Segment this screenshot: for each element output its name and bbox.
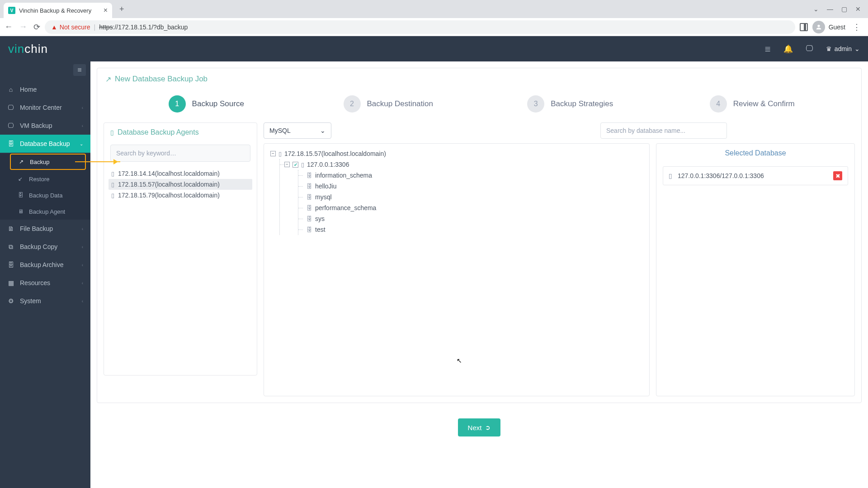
step-3[interactable]: 3Backup Strategies <box>479 95 661 113</box>
step-circle: 1 <box>169 95 186 113</box>
tree-db-row[interactable]: 🗄test <box>300 224 643 235</box>
tree-db-row[interactable]: 🗄sys <box>300 213 643 224</box>
reload-icon[interactable]: ⟳ <box>33 22 40 32</box>
tree-db-row[interactable]: 🗄helloJiu <box>300 181 643 192</box>
sidebar-item-vm-backup[interactable]: 🖵VM Backup‹ <box>0 117 90 135</box>
browser-tab[interactable]: V Vinchin Backup & Recovery × <box>4 3 112 18</box>
sidebar-item-home[interactable]: ⌂Home <box>0 80 90 99</box>
tree-db-row[interactable]: 🗄performance_schema <box>300 202 643 213</box>
forward-icon[interactable]: → <box>19 22 27 32</box>
side-panel-icon[interactable] <box>800 23 808 31</box>
gear-icon: ⚙ <box>7 297 14 305</box>
step-circle: 2 <box>344 95 361 113</box>
main-content: ↗ New Database Backup Job 1Backup Source… <box>90 61 868 488</box>
server-icon: ▯ <box>278 150 282 157</box>
db-type-value: MySQL <box>269 127 291 134</box>
chevron-down-icon: ⌄ <box>80 141 83 146</box>
sidebar-collapse-button[interactable]: ≡ <box>73 64 86 76</box>
vm-icon: 🖵 <box>7 122 14 129</box>
sidebar-item-resources[interactable]: ▦Resources‹ <box>0 274 90 292</box>
chevron-left-icon: ‹ <box>82 263 83 267</box>
submenu-database: ↗Backup ↙Restore 🗄Backup Data 🖥Backup Ag… <box>0 154 90 220</box>
tree-server-row[interactable]: − ▯ 172.18.15.57(localhost.localdomain) <box>270 148 643 159</box>
sidebar-item-monitor[interactable]: 🖵Monitor Center‹ <box>0 99 90 117</box>
next-button[interactable]: Next➲ <box>458 418 501 436</box>
submenu-item-backup-data[interactable]: 🗄Backup Data <box>0 187 90 203</box>
panel-agents-title: Database Backup Agents <box>118 128 199 136</box>
browser-menu-icon[interactable]: ⋮ <box>850 22 863 32</box>
sidebar-item-database-backup[interactable]: 🗄Database Backup⌄ <box>0 135 90 153</box>
tree-db-row[interactable]: 🗄information_schema <box>300 170 643 181</box>
url-box[interactable]: ▲ Not secure | https://172.18.15.1/?db_b… <box>45 20 795 34</box>
database-icon: 🗄 <box>307 183 312 190</box>
server-icon: ▯ <box>111 192 114 199</box>
agent-item[interactable]: ▯172.18.15.57(localhost.localdomain) <box>108 179 252 190</box>
checkbox-checked-icon[interactable]: ✔ <box>292 162 298 168</box>
submenu-label: Backup Data <box>29 192 62 199</box>
close-window-icon[interactable]: ✕ <box>855 5 861 13</box>
back-icon[interactable]: ← <box>5 22 13 32</box>
db-search-input[interactable] <box>600 122 727 139</box>
not-secure-warning: ▲ Not secure <box>51 23 90 31</box>
server-icon: ▯ <box>669 172 672 179</box>
agent-item[interactable]: ▯172.18.14.14(localhost.localdomain) <box>108 168 252 179</box>
submenu-item-backup-agent[interactable]: 🖥Backup Agent <box>0 203 90 220</box>
tree-db-row[interactable]: 🗄mysql <box>300 192 643 202</box>
user-menu[interactable]: ♛ admin ⌄ <box>826 45 860 52</box>
step-circle: 3 <box>527 95 544 113</box>
db-type-select[interactable]: MySQL⌄ <box>264 122 331 139</box>
tree-instance-label: 127.0.0.1:3306 <box>307 161 349 168</box>
collapse-icon[interactable]: − <box>284 162 290 167</box>
panel-database-tree: − ▯ 172.18.15.57(localhost.localdomain) … <box>264 143 650 396</box>
warning-triangle-icon: ▲ <box>51 23 57 31</box>
monitor-icon[interactable]: 🖵 <box>806 44 813 53</box>
divider: | <box>94 23 96 31</box>
favicon-icon: V <box>8 7 15 14</box>
database-icon: 🗄 <box>7 140 14 147</box>
url-text: https://172.18.15.1/?db_backup <box>99 23 188 31</box>
db-tree: − ▯ 172.18.15.57(localhost.localdomain) … <box>264 144 649 239</box>
delete-button[interactable]: ✖ <box>833 171 842 180</box>
copy-icon: ⧉ <box>7 243 14 251</box>
tab-close-icon[interactable]: × <box>104 6 108 14</box>
step-label: Review & Confirm <box>733 99 795 108</box>
sidebar-label: Database Backup <box>20 140 70 147</box>
tree-db-label: performance_schema <box>315 204 376 211</box>
sidebar-item-file-backup[interactable]: 🗎File Backup‹ <box>0 220 90 238</box>
list-icon[interactable]: ≣ <box>764 44 771 54</box>
arrow-right-circle-icon: ➲ <box>485 424 491 431</box>
step-label: Backup Source <box>192 99 244 108</box>
profile-button[interactable]: Guest <box>812 21 845 33</box>
tree-instance-row[interactable]: − ✔ ▯ 127.0.0.1:3306 <box>282 159 643 170</box>
step-4[interactable]: 4Review & Confirm <box>661 95 844 113</box>
app-header: vinchin ≣ 🔔 🖵 ♛ admin ⌄ <box>0 36 868 61</box>
submenu-item-restore[interactable]: ↙Restore <box>0 171 90 187</box>
chevron-down-icon: ⌄ <box>854 45 860 52</box>
collapse-icon[interactable]: − <box>270 151 276 156</box>
tab-title: Vinchin Backup & Recovery <box>19 7 91 14</box>
agent-search-input[interactable] <box>110 145 250 162</box>
panel-selected: Selected Database ▯ 127.0.0.1:3306/127.0… <box>656 143 855 396</box>
sidebar-label: Backup Archive <box>20 261 64 268</box>
maximize-icon[interactable]: ▢ <box>841 5 847 13</box>
sidebar-item-backup-copy[interactable]: ⧉Backup Copy‹ <box>0 238 90 256</box>
new-tab-button[interactable]: + <box>116 3 128 16</box>
selected-item: ▯ 127.0.0.1:3306/127.0.0.1:3306 ✖ <box>663 166 848 185</box>
url-path: ://172.18.15.1/?db_backup <box>113 23 188 31</box>
share-icon: ↗ <box>19 159 25 165</box>
sidebar-item-backup-archive[interactable]: 🗄Backup Archive‹ <box>0 256 90 274</box>
step-1[interactable]: 1Backup Source <box>115 95 297 113</box>
selected-header: Selected Database <box>656 144 854 163</box>
chevron-down-icon: ⌄ <box>320 127 326 134</box>
chevron-left-icon: ‹ <box>82 299 83 304</box>
minimize-icon[interactable]: — <box>827 5 833 13</box>
bell-icon[interactable]: 🔔 <box>783 44 793 54</box>
submenu-item-backup[interactable]: ↗Backup <box>10 154 86 170</box>
sidebar-item-system[interactable]: ⚙System‹ <box>0 292 90 310</box>
user-label: admin <box>835 45 852 52</box>
agent-item[interactable]: ▯172.18.15.79(localhost.localdomain) <box>108 190 252 201</box>
step-label: Backup Strategies <box>551 99 613 108</box>
step-2[interactable]: 2Backup Destination <box>297 95 480 113</box>
guest-label: Guest <box>829 23 845 31</box>
chevron-down-icon[interactable]: ⌄ <box>813 5 819 13</box>
